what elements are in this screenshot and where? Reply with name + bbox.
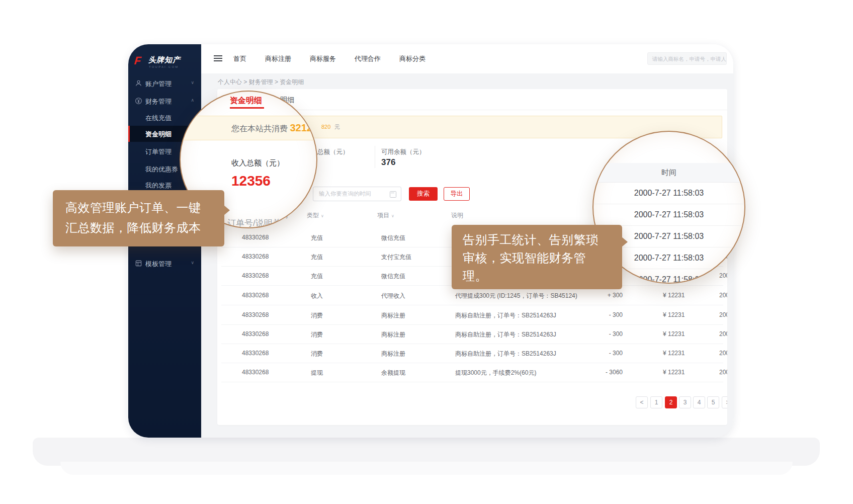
cell-type: 提现 <box>311 369 323 377</box>
cell-project: 代理收入 <box>381 292 405 300</box>
pagination-page-1[interactable]: 1 <box>650 396 662 408</box>
pagination-prev[interactable]: < <box>636 396 648 408</box>
sidebar-item-label: 财务管理 <box>145 97 172 106</box>
tooltip-right-text: 告别手工统计、告别繁琐审核，实现智能财务管理。 <box>463 231 622 285</box>
top-nav-tab[interactable]: 首页 <box>233 54 246 63</box>
magnified-income-label: 收入总额（元） <box>231 158 284 168</box>
cell-balance: ¥ 12231 <box>663 292 685 299</box>
hamburger-icon[interactable] <box>214 58 222 59</box>
cell-order: 48330268 <box>242 234 269 241</box>
magnified-time-value: 2000-7-27 11:58:03 <box>634 210 704 219</box>
search-input[interactable]: 请输入商标名，申请号，申请人 <box>647 52 727 65</box>
top-nav-tab[interactable]: 商标服务 <box>310 54 336 63</box>
cell-balance: ¥ 12231 <box>663 350 685 357</box>
magnified-time-value: 2000-7-27 11:58:03 <box>634 254 704 262</box>
cell-project: 微信充值 <box>381 272 405 281</box>
tooltip-line: 理。 <box>463 267 622 285</box>
top-nav-tab[interactable]: 代理合作 <box>355 54 381 63</box>
magnified-time-header-label: 时间 <box>593 163 744 182</box>
cell-order: 48330268 <box>242 369 269 376</box>
sidebar-item-label: 模板管理 <box>145 260 172 269</box>
brand-caption: TOUPAI.COM <box>149 65 179 68</box>
cell-order: 48330268 <box>242 272 269 279</box>
top-nav: 首页商标注册商标服务代理合作商标分类 <box>233 44 425 73</box>
cell-balance: ¥ 12231 <box>663 330 685 338</box>
sidebar-item-账户管理[interactable]: 账户管理∨ <box>128 75 201 92</box>
cell-type: 消费 <box>311 330 323 339</box>
date-range-input[interactable]: 输入你要查询的时间 <box>313 187 401 201</box>
cell-project: 商标注册 <box>381 330 405 339</box>
table-row: 48330268提现余额提现提现3000元，手续费2%(60元)- 3060¥ … <box>221 363 723 382</box>
cell-type: 充值 <box>311 272 323 281</box>
magnified-banner-text: 您在本站共消费 32124 元 <box>231 116 317 140</box>
cell-project: 商标注册 <box>381 350 405 358</box>
cell-project: 余额提现 <box>381 369 405 377</box>
cell-amount: - 300 <box>583 350 623 357</box>
banner-small-amount: 820 <box>321 116 330 138</box>
cell-time: 2000-7-27 11:58:03 <box>719 330 727 338</box>
cell-amount: - 3060 <box>583 369 623 376</box>
breadcrumb: 个人中心 > 财务管理 > 资金明细 <box>218 78 304 87</box>
magnified-banner: 您在本站共消费 32124 元 <box>180 116 317 140</box>
top-nav-tab[interactable]: 商标分类 <box>399 54 425 63</box>
tooltip-line: 汇总数据，降低财务成本 <box>65 218 224 238</box>
brand-name: 头牌知产 <box>148 55 181 65</box>
tooltip-right: 告别手工统计、告别繁琐审核，实现智能财务管理。 <box>452 225 622 289</box>
pagination: <12345> <box>217 396 727 408</box>
pagination-page-4[interactable]: 4 <box>693 396 705 408</box>
cell-desc: 代理提成300元 (ID:1245，订单号：SB45124) <box>455 292 577 300</box>
sidebar-item-label: 账户管理 <box>145 79 172 89</box>
magnified-tab: 资金明细 <box>230 96 262 106</box>
cell-balance: ¥ 12231 <box>663 311 685 318</box>
top-nav-tab[interactable]: 商标注册 <box>265 54 291 63</box>
brand-f-icon: F <box>134 54 147 67</box>
magnified-time-row: 2000-7-27 11:58:03 <box>593 182 744 204</box>
user-icon <box>135 79 142 87</box>
page: F 头牌知产 TOUPAI.COM 账户管理∨财务管理∧在线充值资金明细订单管理… <box>0 0 853 504</box>
cell-project: 微信充值 <box>381 234 405 242</box>
finance-icon <box>135 97 142 105</box>
magnified-time-row: 2000-7-27 11:58:03 <box>593 204 744 226</box>
tooltip-left: 高效管理账户订单、一键汇总数据，降低财务成本 <box>53 190 224 246</box>
cell-project: 商标注册 <box>381 311 405 320</box>
col-header-type[interactable]: 类型∨ <box>307 211 324 225</box>
pagination-page-5[interactable]: 5 <box>707 396 719 408</box>
cell-desc: 商标自助注册，订单号：SB2514263J <box>455 311 556 320</box>
col-header-project[interactable]: 项目∨ <box>377 211 394 225</box>
magnified-time-value: 2000-7-27 11:58:03 <box>634 189 704 197</box>
sidebar-item-模板管理[interactable]: 模板管理∨ <box>128 256 201 272</box>
chevron-down-icon: ∨ <box>191 80 194 85</box>
sidebar-item-label: 我的优惠券 <box>145 165 178 174</box>
brand-logo[interactable]: F 头牌知产 TOUPAI.COM <box>134 54 197 76</box>
tooltip-left-text: 高效管理账户订单、一键汇总数据，降低财务成本 <box>65 198 224 238</box>
calendar-icon[interactable] <box>390 191 396 198</box>
cell-order: 48330268 <box>242 330 269 338</box>
cell-desc: 商标自助注册，订单号：SB2514263J <box>455 350 556 358</box>
magnified-tab-underline <box>230 107 264 109</box>
stat-divider <box>375 146 375 168</box>
cell-time: 2000-7-27 11:58:03 <box>719 369 727 376</box>
table-row: 48330268消费商标注册商标自助注册，订单号：SB2514263J- 300… <box>221 344 723 363</box>
tooltip-arrow-icon <box>622 237 633 247</box>
cell-type: 充值 <box>311 253 323 262</box>
tooltip-line: 告别手工统计、告别繁琐 <box>463 231 622 249</box>
cell-time: 2000-7-27 11:58:03 <box>719 272 727 279</box>
cell-balance: ¥ 12231 <box>663 369 685 376</box>
export-button[interactable]: 导出 <box>444 187 470 201</box>
cell-type: 收入 <box>311 292 323 300</box>
cell-type: 充值 <box>311 234 323 242</box>
cell-amount: - 300 <box>583 330 623 338</box>
template-icon <box>135 260 142 267</box>
sidebar-item-财务管理[interactable]: 财务管理∧ <box>128 93 201 109</box>
active-indicator <box>128 126 130 142</box>
search-button[interactable]: 搜索 <box>409 187 438 201</box>
pagination-page-3[interactable]: 3 <box>679 396 691 408</box>
cell-desc: 提现3000元，手续费2%(60元) <box>455 369 536 377</box>
sidebar-item-label: 资金明细 <box>145 130 172 139</box>
table-row: 48330268消费商标注册商标自助注册，订单号：SB2514263J- 300… <box>221 305 723 325</box>
table-row: 48330268消费商标注册商标自助注册，订单号：SB2514263J- 300… <box>221 324 723 344</box>
tooltip-arrow-icon <box>224 205 235 215</box>
cell-amount: - 300 <box>583 311 623 318</box>
pagination-next[interactable]: > <box>722 396 727 408</box>
pagination-page-2[interactable]: 2 <box>665 396 677 408</box>
